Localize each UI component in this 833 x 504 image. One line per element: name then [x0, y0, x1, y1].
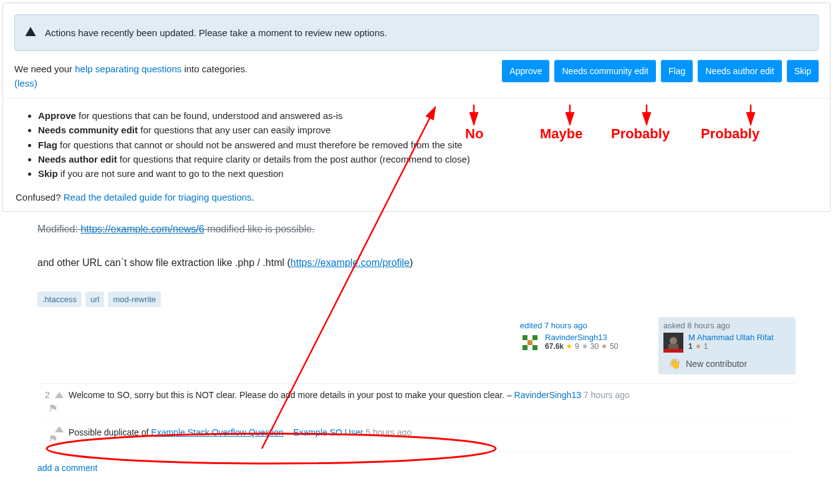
svg-point-15	[47, 434, 496, 464]
svg-line-10	[262, 107, 435, 449]
annotation-maybe: Maybe	[540, 126, 582, 142]
annotation-overlay	[0, 0, 833, 483]
annotation-no: No	[465, 126, 483, 142]
annotation-probably-2: Probably	[701, 126, 759, 142]
annotation-probably-1: Probably	[611, 126, 670, 142]
